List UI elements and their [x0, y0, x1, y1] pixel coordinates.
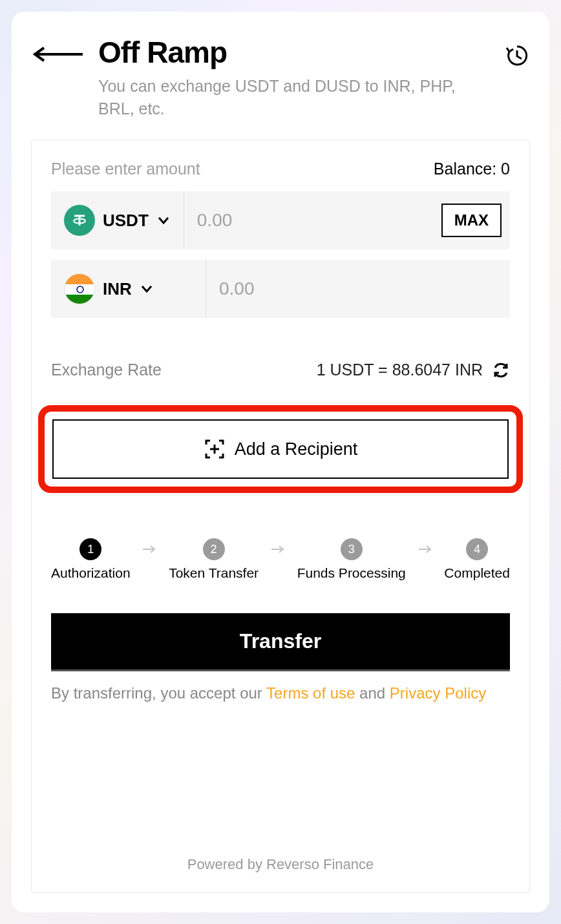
- arrow-right-icon: [418, 545, 433, 574]
- from-currency-picker[interactable]: USDT: [51, 191, 184, 249]
- privacy-policy-link[interactable]: Privacy Policy: [390, 684, 486, 702]
- legal-text: By transferring, you accept our Terms of…: [51, 682, 510, 705]
- rate-value: 1 USDT = 88.6047 INR: [317, 361, 483, 379]
- to-currency-picker[interactable]: INR: [51, 260, 206, 318]
- step-label: Completed: [444, 565, 510, 581]
- step-label: Authorization: [51, 565, 131, 581]
- to-currency-row: INR: [51, 260, 510, 318]
- step-completed: 4 Completed: [444, 538, 510, 581]
- chevron-down-icon: [140, 282, 154, 296]
- terms-of-use-link[interactable]: Terms of use: [266, 684, 355, 702]
- usdt-icon: [64, 205, 95, 236]
- header: Off Ramp You can exchange USDT and DUSD …: [31, 35, 530, 120]
- exchange-panel: Please enter amount Balance: 0 USDT MAX: [31, 140, 530, 893]
- svg-rect-6: [65, 295, 95, 304]
- from-currency-code: USDT: [103, 211, 149, 231]
- add-recipient-label: Add a Recipient: [235, 439, 358, 459]
- exchange-rate-row: Exchange Rate 1 USDT = 88.6047 INR: [51, 361, 510, 379]
- svg-rect-4: [65, 274, 95, 284]
- step-number: 4: [466, 538, 488, 560]
- arrow-right-icon: [270, 545, 286, 574]
- to-amount-input[interactable]: [206, 260, 510, 318]
- step-label: Funds Processing: [297, 565, 406, 581]
- max-button[interactable]: MAX: [441, 204, 502, 237]
- to-currency-code: INR: [103, 279, 132, 299]
- page-subtitle: You can exchange USDT and DUSD to INR, P…: [98, 75, 491, 120]
- step-number: 2: [203, 538, 225, 560]
- off-ramp-card: Off Ramp You can exchange USDT and DUSD …: [12, 12, 549, 912]
- arrow-right-icon: [142, 545, 157, 574]
- step-token-transfer: 2 Token Transfer: [169, 538, 259, 581]
- from-amount-input[interactable]: [184, 191, 441, 249]
- step-number: 1: [79, 538, 101, 560]
- step-label: Token Transfer: [169, 565, 259, 581]
- step-authorization: 1 Authorization: [51, 538, 131, 581]
- progress-steps: 1 Authorization 2 Token Transfer 3 Funds…: [51, 538, 510, 581]
- step-number: 3: [341, 538, 363, 560]
- history-button[interactable]: [504, 43, 530, 71]
- footer-text: Powered by Reverso Finance: [51, 817, 510, 873]
- add-recipient-icon: [204, 438, 226, 460]
- step-funds-processing: 3 Funds Processing: [297, 538, 406, 581]
- chevron-down-icon: [156, 213, 171, 227]
- balance-label: Balance: 0: [434, 160, 510, 178]
- inr-flag-icon: [64, 273, 95, 304]
- from-currency-row: USDT MAX: [51, 191, 510, 249]
- history-icon: [504, 43, 530, 68]
- back-button[interactable]: [31, 47, 85, 65]
- rate-label: Exchange Rate: [51, 361, 162, 379]
- highlight-annotation: Add a Recipient: [38, 405, 523, 493]
- transfer-button[interactable]: Transfer: [51, 613, 510, 671]
- add-recipient-button[interactable]: Add a Recipient: [52, 419, 509, 479]
- arrow-left-icon: [31, 47, 85, 62]
- amount-label: Please enter amount: [51, 160, 200, 178]
- refresh-icon[interactable]: [492, 361, 510, 379]
- page-title: Off Ramp: [98, 35, 491, 70]
